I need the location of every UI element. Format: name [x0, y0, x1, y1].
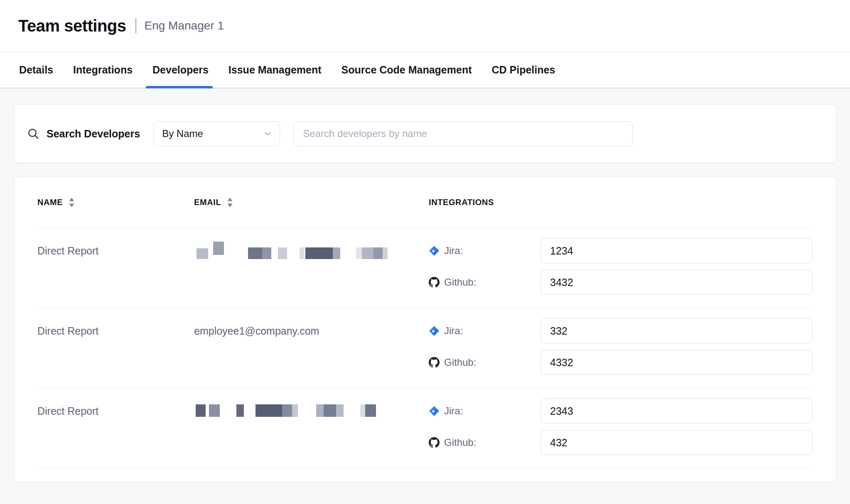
jira-icon	[429, 245, 440, 256]
tab-developers-label: Developers	[152, 64, 209, 76]
github-label: Github:	[444, 276, 476, 288]
team-name: Eng Manager 1	[145, 19, 224, 32]
tab-bar: Details Integrations Developers Issue Ma…	[0, 52, 850, 88]
search-icon	[27, 127, 40, 140]
github-id-input[interactable]	[540, 430, 813, 455]
tab-source-code-management[interactable]: Source Code Management	[341, 52, 472, 88]
chevron-down-icon	[263, 129, 272, 138]
table-row: Direct Report Jira:	[37, 228, 813, 308]
github-icon	[429, 437, 440, 448]
integrations-cell: Jira: Github:	[429, 318, 813, 375]
github-id-input[interactable]	[540, 350, 813, 375]
tab-cd-pipelines[interactable]: CD Pipelines	[492, 52, 555, 88]
tab-developers[interactable]: Developers	[152, 52, 209, 88]
jira-integration-row: Jira:	[429, 399, 813, 423]
redacted-email	[194, 399, 429, 455]
search-filter-select[interactable]: By Name	[153, 121, 280, 146]
table-row: Direct Report Jira:	[37, 388, 813, 468]
tab-integrations-label: Integrations	[73, 64, 133, 76]
github-integration-row: Github:	[429, 270, 813, 295]
sort-name-icon[interactable]	[69, 197, 75, 208]
name-column-label: NAME	[37, 198, 63, 207]
jira-integration-row: Jira:	[429, 318, 813, 343]
tab-source-code-management-label: Source Code Management	[341, 64, 472, 76]
github-icon	[429, 277, 440, 288]
github-integration-row: Github:	[429, 350, 813, 375]
developer-name: Direct Report	[37, 399, 194, 455]
jira-label: Jira:	[444, 405, 463, 417]
main-content: Search Developers By Name NAME EMAIL	[0, 104, 850, 482]
tab-details-label: Details	[19, 64, 53, 76]
column-header-email: EMAIL	[194, 197, 429, 208]
github-icon	[429, 357, 440, 368]
jira-id-input[interactable]	[540, 399, 813, 423]
search-filter-value: By Name	[162, 128, 203, 139]
page-title: Team settings	[18, 17, 126, 35]
search-panel: Search Developers By Name	[14, 104, 836, 163]
integrations-cell: Jira: Github:	[429, 238, 813, 295]
column-header-integrations: INTEGRATIONS	[429, 198, 813, 207]
sort-email-icon[interactable]	[227, 197, 233, 208]
github-integration-row: Github:	[429, 430, 813, 455]
tab-issue-management-label: Issue Management	[228, 64, 322, 76]
title-separator	[135, 18, 136, 33]
jira-integration-row: Jira:	[429, 238, 813, 263]
github-label: Github:	[444, 437, 476, 448]
developer-email: employee1@company.com	[194, 318, 429, 375]
jira-icon	[429, 325, 440, 336]
jira-label: Jira:	[444, 325, 463, 337]
jira-id-input[interactable]	[540, 318, 813, 343]
github-label: Github:	[444, 357, 476, 368]
tab-issue-management[interactable]: Issue Management	[228, 52, 322, 88]
developer-name: Direct Report	[37, 238, 194, 295]
search-developers-label: Search Developers	[47, 128, 140, 140]
redacted-email	[194, 238, 429, 295]
jira-label: Jira:	[444, 245, 463, 257]
page-header: Team settings Eng Manager 1	[0, 0, 850, 52]
integrations-column-label: INTEGRATIONS	[429, 198, 494, 207]
jira-id-input[interactable]	[540, 238, 813, 263]
integrations-cell: Jira: Github:	[429, 399, 813, 455]
developers-table: NAME EMAIL INTEGRATIONS Direct Report	[14, 177, 836, 482]
column-header-name: NAME	[37, 197, 194, 208]
tab-details[interactable]: Details	[19, 52, 53, 88]
developer-name: Direct Report	[37, 318, 194, 375]
search-input[interactable]	[293, 121, 633, 146]
tab-integrations[interactable]: Integrations	[73, 52, 133, 88]
table-header-row: NAME EMAIL INTEGRATIONS	[37, 177, 813, 228]
email-column-label: EMAIL	[194, 198, 221, 207]
table-row: Direct Report employee1@company.com Jira…	[37, 308, 813, 388]
jira-icon	[429, 406, 440, 416]
tab-cd-pipelines-label: CD Pipelines	[492, 64, 555, 76]
github-id-input[interactable]	[540, 270, 813, 295]
